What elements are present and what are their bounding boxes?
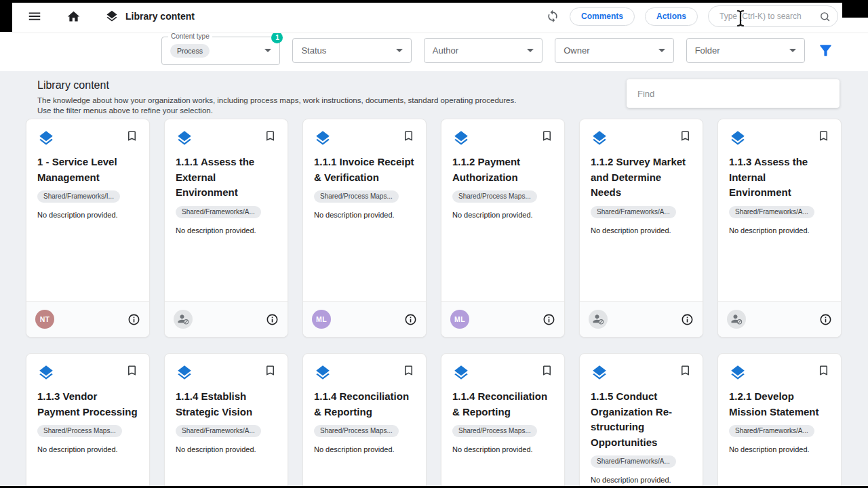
card-description: No description provided. (314, 211, 415, 219)
actions-button[interactable]: Actions (645, 7, 698, 26)
process-layers-icon (176, 364, 193, 382)
home-button[interactable] (66, 9, 81, 24)
bookmark-button[interactable] (679, 129, 692, 142)
content-type-filter[interactable]: Content type Process 1 (161, 37, 280, 65)
card-description: No description provided. (176, 226, 277, 235)
avatar-initials: ML (454, 315, 465, 323)
info-button[interactable] (681, 313, 694, 326)
bookmark-button[interactable] (125, 129, 138, 142)
content-card[interactable]: 1.1.1 Assess the External Environment Sh… (164, 119, 288, 338)
process-layers-icon (314, 129, 332, 147)
bookmark-button[interactable] (264, 364, 277, 377)
search-icon[interactable] (819, 11, 831, 22)
author-filter[interactable]: Author (424, 38, 542, 63)
content-card[interactable]: 1.1.1 Invoice Receipt & Verification Sha… (302, 119, 427, 338)
screen-edge-left (0, 0, 12, 32)
person-off-icon (592, 313, 604, 325)
card-title[interactable]: 1.1.4 Establish Strategic Vision (176, 389, 277, 420)
card-description: No description provided. (452, 211, 553, 219)
card-title[interactable]: 1.1.3 Vendor Payment Processing (37, 389, 138, 420)
avatar: NT (35, 310, 54, 329)
menu-button[interactable] (27, 9, 42, 24)
top-bar: Library content Comments Actions (0, 0, 868, 33)
folder-chip: Shared/Frameworks/I... (37, 190, 120, 203)
avatar (589, 310, 608, 329)
filter-settings-button[interactable] (817, 42, 834, 59)
bookmark-button[interactable] (679, 364, 692, 377)
card-footer (718, 301, 841, 337)
card-title[interactable]: 1.2.1 Develop Mission Statement (729, 389, 830, 420)
process-layers-icon (591, 129, 608, 147)
card-title[interactable]: 1.1.1 Assess the External Environment (176, 155, 277, 201)
card-title[interactable]: 1.1.4 Reconciliation & Reporting (314, 389, 415, 420)
info-button[interactable] (819, 313, 832, 326)
content-card[interactable]: 1.1.3 Vendor Payment Processing Shared/P… (26, 353, 150, 488)
info-button[interactable] (266, 313, 279, 326)
folder-chip: Shared/Process Maps... (452, 425, 537, 437)
info-button[interactable] (404, 313, 417, 326)
bookmark-button[interactable] (264, 129, 277, 142)
comments-button[interactable]: Comments (570, 7, 635, 26)
card-title[interactable]: 1.1.5 Conduct Organization Re-structurin… (591, 389, 692, 450)
bookmark-button[interactable] (402, 364, 415, 377)
filter-count-badge: 1 (271, 32, 283, 43)
card-title[interactable]: 1.1.2 Payment Authorization (452, 155, 553, 185)
content-card[interactable]: 1.1.2 Survey Market and Determine Needs … (579, 119, 703, 338)
card-title[interactable]: 1 - Service Level Management (37, 155, 138, 185)
screen-edge-top (0, 0, 868, 3)
refresh-icon (546, 9, 559, 23)
bookmark-button[interactable] (817, 129, 830, 142)
person-off-icon (177, 313, 189, 325)
owner-filter-label: Owner (564, 45, 589, 56)
bookmark-icon (125, 129, 138, 142)
process-layers-icon (452, 129, 470, 147)
card-body: 1.1.4 Reconciliation & Reporting Shared/… (441, 354, 564, 488)
bookmark-icon (817, 364, 830, 377)
avatar (727, 310, 746, 329)
content-card[interactable]: 1.1.4 Establish Strategic Vision Shared/… (164, 353, 288, 488)
bookmark-icon (540, 129, 553, 142)
content-type-label: Content type (168, 33, 212, 40)
info-button[interactable] (542, 313, 555, 326)
page-description-line1: The knowledge about how your organizatio… (37, 96, 516, 106)
bookmark-button[interactable] (817, 364, 830, 377)
card-title[interactable]: 1.1.2 Survey Market and Determine Needs (591, 155, 692, 201)
global-search[interactable] (708, 5, 838, 27)
avatar-initials: NT (40, 315, 50, 323)
content-card[interactable]: 1.1.3 Assess the Internal Environment Sh… (717, 119, 842, 338)
info-button[interactable] (127, 313, 140, 326)
card-body: 1.1.3 Vendor Payment Processing Shared/P… (26, 354, 149, 488)
content-card[interactable]: 1.1.4 Reconciliation & Reporting Shared/… (441, 353, 565, 488)
content-type-chip[interactable]: Process (170, 44, 210, 58)
owner-filter[interactable]: Owner (555, 38, 673, 63)
refresh-button[interactable] (546, 9, 559, 23)
process-layers-icon (37, 129, 55, 147)
card-title[interactable]: 1.1.1 Invoice Receipt & Verification (314, 155, 415, 185)
content-card[interactable]: 1.1.2 Payment Authorization Shared/Proce… (441, 119, 565, 338)
folder-chip: Shared/Frameworks/A... (176, 206, 261, 218)
status-filter[interactable]: Status (292, 38, 411, 63)
card-description: No description provided. (591, 226, 692, 235)
bookmark-icon (817, 129, 830, 142)
process-layers-icon (452, 364, 470, 382)
content-card[interactable]: 1.1.4 Reconciliation & Reporting Shared/… (302, 353, 427, 488)
card-grid: 1 - Service Level Management Shared/Fram… (0, 116, 868, 488)
bookmark-button[interactable] (125, 364, 138, 377)
bookmark-button[interactable] (540, 129, 553, 142)
bookmark-button[interactable] (540, 364, 553, 377)
bookmark-button[interactable] (402, 129, 415, 142)
layers-icon (105, 9, 119, 23)
search-input[interactable] (718, 11, 819, 22)
content-card[interactable]: 1 - Service Level Management Shared/Fram… (26, 119, 150, 338)
card-title[interactable]: 1.1.4 Reconciliation & Reporting (452, 389, 553, 420)
card-body: 1.1.4 Establish Strategic Vision Shared/… (165, 354, 288, 488)
find-input[interactable] (627, 79, 840, 108)
content-card[interactable]: 1.2.1 Develop Mission Statement Shared/F… (717, 353, 842, 488)
process-layers-icon (591, 364, 608, 382)
card-title[interactable]: 1.1.3 Assess the Internal Environment (729, 155, 830, 201)
info-icon (266, 313, 279, 326)
content-card[interactable]: 1.1.5 Conduct Organization Re-structurin… (579, 353, 703, 488)
folder-filter[interactable]: Folder (686, 38, 805, 63)
bookmark-icon (679, 129, 692, 142)
page-intro: Library content The knowledge about how … (37, 79, 516, 116)
